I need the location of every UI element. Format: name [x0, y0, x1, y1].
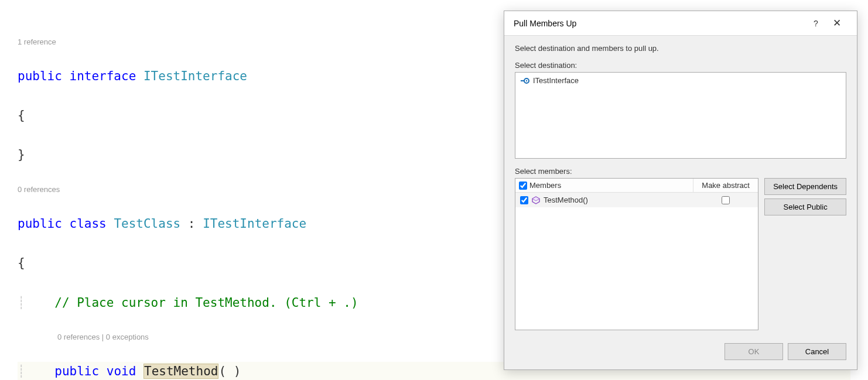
keyword-public: public	[18, 217, 62, 231]
brace-close: }	[18, 148, 25, 162]
pull-members-up-dialog: Pull Members Up ? ✕ Select destination a…	[504, 11, 857, 370]
side-buttons: Select Dependents Select Public	[764, 178, 846, 330]
select-dependents-button[interactable]: Select Dependents	[764, 178, 846, 195]
dialog-body: Select destination and members to pull u…	[504, 36, 857, 336]
cancel-button[interactable]: Cancel	[788, 343, 846, 360]
parens: ( )	[218, 364, 241, 378]
select-public-button[interactable]: Select Public	[764, 198, 846, 215]
select-members-label: Select members:	[515, 167, 846, 176]
help-button[interactable]: ?	[805, 19, 826, 28]
dialog-title-text: Pull Members Up	[514, 19, 805, 28]
brace-open: {	[18, 108, 25, 122]
column-abstract[interactable]: Make abstract	[693, 179, 758, 192]
destination-listbox[interactable]: ITestInterface	[515, 72, 846, 159]
keyword-public: public	[54, 364, 99, 378]
member-row[interactable]: TestMethod()	[515, 193, 758, 207]
select-destination-label: Select destination:	[515, 61, 846, 70]
dialog-instruction: Select destination and members to pull u…	[515, 44, 846, 53]
member-row-label: TestMethod()	[544, 196, 588, 204]
keyword-public: public	[18, 69, 62, 83]
destination-item-label: ITestInterface	[533, 76, 579, 85]
member-checkbox[interactable]	[520, 196, 528, 204]
column-members-label: Members	[529, 181, 561, 190]
column-abstract-label: Make abstract	[702, 181, 750, 190]
method-icon	[532, 196, 540, 204]
select-all-checkbox[interactable]	[519, 182, 527, 190]
ok-button[interactable]: OK	[725, 343, 783, 360]
interface-icon	[520, 77, 529, 84]
brace-open: {	[18, 256, 25, 270]
grid-header: Members Make abstract	[515, 179, 758, 193]
svg-point-2	[526, 80, 527, 81]
keyword-void: void	[107, 364, 136, 378]
members-grid[interactable]: Members Make abstract TestMethod()	[515, 178, 758, 330]
keyword-class: class	[70, 217, 107, 231]
column-members[interactable]: Members	[515, 179, 693, 192]
comment: // Place cursor in TestMethod. (Ctrl + .…	[54, 296, 358, 310]
keyword-interface: interface	[70, 69, 136, 83]
destination-item[interactable]: ITestInterface	[518, 75, 843, 86]
svg-marker-4	[532, 197, 539, 201]
method-name-highlight: TestMethod	[143, 364, 218, 379]
dialog-footer: OK Cancel	[504, 336, 857, 369]
type-name: ITestInterface	[143, 69, 247, 83]
make-abstract-checkbox[interactable]	[722, 196, 730, 204]
dialog-titlebar[interactable]: Pull Members Up ? ✕	[504, 11, 857, 36]
type-name: ITestInterface	[203, 217, 306, 231]
close-button[interactable]: ✕	[826, 17, 848, 29]
type-name: TestClass	[114, 217, 180, 231]
punct-colon: :	[180, 217, 203, 231]
